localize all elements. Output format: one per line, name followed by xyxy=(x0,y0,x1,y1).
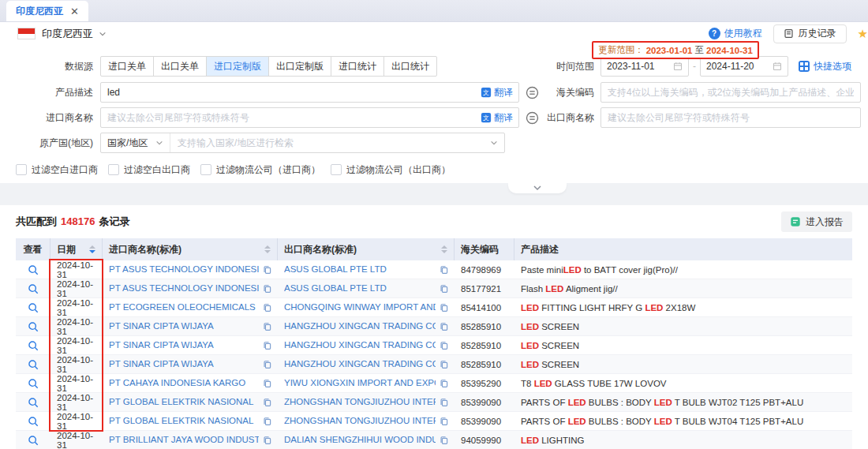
datasource-tab-5[interactable]: 出口统计 xyxy=(383,56,437,77)
copy-icon[interactable] xyxy=(263,341,271,350)
view-details-button[interactable] xyxy=(28,340,39,351)
view-cell xyxy=(16,317,51,335)
view-details-button[interactable] xyxy=(28,283,39,294)
start-date-value[interactable] xyxy=(607,61,673,72)
importer-link[interactable]: PT SINAR CIPTA WIJAYA xyxy=(109,336,259,354)
end-date-value[interactable] xyxy=(706,61,773,72)
copy-icon[interactable] xyxy=(440,360,448,369)
tab-close-icon[interactable]: ✕ xyxy=(70,6,79,17)
importer-link[interactable]: PT BRILLIANT JAYA WOOD INDUSTRY xyxy=(109,431,259,449)
copy-icon[interactable] xyxy=(440,379,448,387)
importer-link[interactable]: PT ASUS TECHNOLOGY INDONESIA BA... xyxy=(109,279,259,297)
importer-link[interactable]: PT ECOGREEN OLEOCHEMICALS xyxy=(109,298,259,316)
view-details-button[interactable] xyxy=(28,302,39,313)
hs-code-cell: 85399090 xyxy=(455,412,514,430)
view-details-button[interactable] xyxy=(28,378,39,389)
copy-icon[interactable] xyxy=(440,322,448,331)
exporter-link[interactable]: ZHONGSHAN TONGJIUZHOU INTERNA... xyxy=(284,412,436,430)
exporter-link[interactable]: ASUS GLOBAL PTE LTD xyxy=(284,279,436,297)
importer-link[interactable]: PT GLOBAL ELEKTRIK NASIONAL xyxy=(109,393,259,411)
collapse-panel-handle[interactable] xyxy=(508,183,567,193)
copy-icon[interactable] xyxy=(440,436,448,444)
quick-options-button[interactable]: 快捷选项 xyxy=(799,60,851,73)
column-header-1[interactable]: 日期 xyxy=(51,238,103,260)
hs-code-input[interactable] xyxy=(600,82,861,103)
country-selector[interactable]: 印度尼西亚 xyxy=(42,27,93,41)
datasource-tab-0[interactable]: 进口关单 xyxy=(100,56,154,77)
tab-indonesia[interactable]: 印度尼西亚 ✕ xyxy=(6,1,88,21)
copy-icon[interactable] xyxy=(440,265,448,274)
translate-button[interactable]: 文 翻译 xyxy=(481,86,513,99)
checkbox-icon[interactable] xyxy=(16,164,27,175)
translate-button[interactable]: 文 翻译 xyxy=(481,111,513,125)
datasource-tab-1[interactable]: 出口关单 xyxy=(153,56,207,77)
copy-icon[interactable] xyxy=(263,417,271,425)
copy-icon[interactable] xyxy=(263,436,271,444)
copy-icon[interactable] xyxy=(440,417,448,425)
datasource-tab-2[interactable]: 进口定制版 xyxy=(206,56,269,77)
importer-link[interactable]: PT CAHAYA INDONESIA KARGO xyxy=(109,374,259,392)
product-desc-cell: LED FITTING LIGHT HRFY G LED 2X18W xyxy=(514,298,852,316)
view-details-button[interactable] xyxy=(28,435,39,446)
column-header-3[interactable]: 出口商名称(标准) xyxy=(278,238,455,260)
exporter-link[interactable]: YIWU XIONGXIN IMPORT AND EXPORT... xyxy=(284,374,436,392)
filter-checkbox-2[interactable]: 过滤物流公司（进口商） xyxy=(200,163,320,177)
column-header-2[interactable]: 进口商名称(标准) xyxy=(103,238,278,260)
exporter-link[interactable]: ZHONGSHAN TONGJIUZHOU INTERNA... xyxy=(284,393,436,411)
view-details-button[interactable] xyxy=(28,359,39,370)
filter-checkbox-1[interactable]: 过滤空白出口商 xyxy=(108,163,190,177)
view-details-button[interactable] xyxy=(28,416,39,427)
datasource-tab-4[interactable]: 进口统计 xyxy=(331,56,384,77)
checkbox-icon[interactable] xyxy=(331,164,342,175)
enter-report-button[interactable]: 进入报告 xyxy=(781,211,852,232)
origin-search-placeholder[interactable]: 支持输入国家/地区进行检索 xyxy=(170,137,490,150)
importer-name-input[interactable] xyxy=(100,107,519,128)
view-details-button[interactable] xyxy=(28,321,39,332)
copy-icon[interactable] xyxy=(263,303,271,312)
exporter-link[interactable]: CHONGQING WINWAY IMPORT AND E... xyxy=(284,298,436,316)
match-mode-icon[interactable] xyxy=(526,86,539,99)
filter-checkbox-0[interactable]: 过滤空白进口商 xyxy=(16,163,98,177)
origin-type-select[interactable]: 国家/地区 xyxy=(101,133,170,152)
importer-link[interactable]: PT GLOBAL ELEKTRIK NASIONAL xyxy=(109,412,259,430)
origin-select[interactable]: 国家/地区 支持输入国家/地区进行检索 xyxy=(100,133,505,153)
chevron-down-icon[interactable] xyxy=(99,30,107,38)
copy-icon[interactable] xyxy=(263,265,271,274)
exporter-link[interactable]: HANGZHOU XINGCAN TRADING CO LTD xyxy=(284,336,436,354)
checkbox-icon[interactable] xyxy=(108,164,119,175)
tab-label: 印度尼西亚 xyxy=(16,5,63,18)
datasource-tab-3[interactable]: 出口定制版 xyxy=(268,56,331,77)
exporter-link[interactable]: DALIAN SHENGZHIHUI WOOD INDUST... xyxy=(284,431,436,449)
copy-icon[interactable] xyxy=(263,379,271,387)
translate-label: 翻译 xyxy=(494,86,513,99)
results-table: 查看日期进口商名称(标准)出口商名称(标准)海关编码产品描述 2024-10-3… xyxy=(16,238,852,449)
exporter-link[interactable]: ASUS GLOBAL PTE LTD xyxy=(284,260,436,279)
copy-icon[interactable] xyxy=(440,284,448,293)
view-details-button[interactable] xyxy=(28,397,39,408)
sort-icon[interactable] xyxy=(260,245,271,253)
view-details-button[interactable] xyxy=(28,264,39,275)
importer-link[interactable]: PT ASUS TECHNOLOGY INDONESIA BA... xyxy=(109,260,259,279)
filter-panel: 数据源 进口关单出口关单进口定制版出口定制版进口统计出口统计 时间范围 - 快捷… xyxy=(0,45,868,183)
favorite-star-icon[interactable]: ★ xyxy=(858,27,868,41)
tutorial-link[interactable]: ? 使用教程 xyxy=(709,27,762,40)
copy-icon[interactable] xyxy=(440,398,448,406)
importer-link[interactable]: PT SINAR CIPTA WIJAYA xyxy=(109,317,259,335)
importer-link[interactable]: PT SINAR CIPTA WIJAYA xyxy=(109,355,259,373)
filter-checkbox-3[interactable]: 过滤物流公司（出口商） xyxy=(331,163,451,177)
copy-icon[interactable] xyxy=(263,360,271,369)
history-button[interactable]: 历史记录 xyxy=(773,24,847,43)
exporter-name-input[interactable] xyxy=(600,107,861,128)
copy-icon[interactable] xyxy=(263,322,271,331)
checkbox-icon[interactable] xyxy=(200,164,211,175)
sort-icon[interactable] xyxy=(436,245,447,253)
sort-icon[interactable] xyxy=(84,245,95,253)
exporter-link[interactable]: HANGZHOU XINGCAN TRADING CO LTD xyxy=(284,355,436,373)
match-mode-icon[interactable] xyxy=(526,111,539,125)
copy-icon[interactable] xyxy=(440,303,448,312)
copy-icon[interactable] xyxy=(263,398,271,406)
copy-icon[interactable] xyxy=(263,284,271,293)
copy-icon[interactable] xyxy=(440,341,448,350)
product-desc-input[interactable] xyxy=(100,82,519,103)
exporter-link[interactable]: HANGZHOU XINGCAN TRADING CO LTD xyxy=(284,317,436,335)
